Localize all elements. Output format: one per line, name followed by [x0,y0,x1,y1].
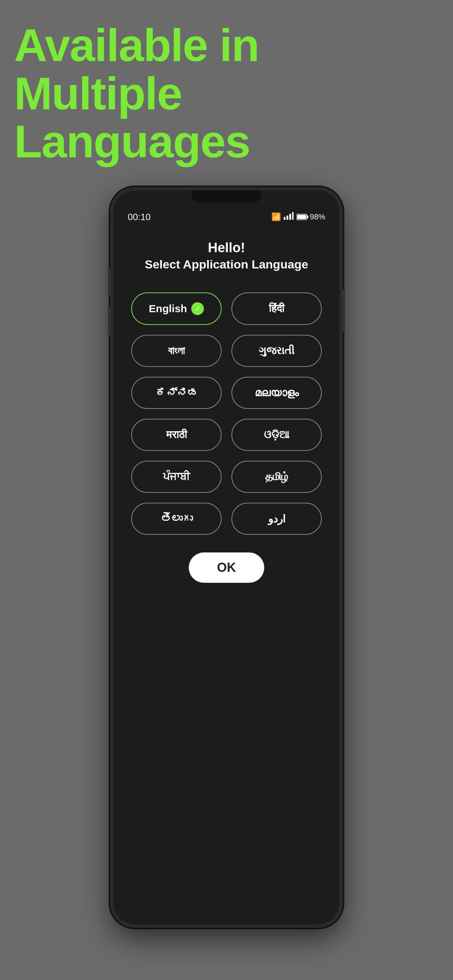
lang-label: தமிழ் [265,471,288,483]
subtitle-text: Select Application Language [145,258,308,271]
svg-rect-3 [292,212,294,220]
volume-down-button [108,307,111,335]
greeting-text: Hello! [208,240,245,255]
language-button-punjabi[interactable]: ਪੰਜਾਬੀ [131,461,222,493]
language-button-telugu[interactable]: తెలుగు [131,503,222,535]
lang-label: മലയാളം [255,387,299,399]
language-button-hindi[interactable]: हिंदी [231,293,322,325]
power-button [342,289,345,332]
language-button-marathi[interactable]: मराठी [131,419,222,451]
svg-rect-5 [307,216,308,218]
language-button-english[interactable]: English ✓ [131,293,222,325]
lang-label: ਪੰਜਾਬੀ [163,471,190,483]
lang-label: ગુજરાતી [259,345,295,357]
battery-percentage: 98% [310,212,325,221]
svg-rect-1 [286,216,288,220]
battery-icon: 98% [296,212,325,221]
phone-notch [191,191,262,203]
language-button-odia[interactable]: ଓଡ଼ିଆ [231,419,322,451]
status-icons: 📶 98% [271,212,325,222]
language-button-tamil[interactable]: தமிழ் [231,461,322,493]
language-button-urdu[interactable]: اردو [231,503,322,535]
svg-rect-6 [297,215,306,219]
status-time: 00:10 [128,212,151,223]
ok-button[interactable]: OK [189,552,264,583]
lang-label: ಕನ್ನಡ [155,387,198,399]
phone-frame: 00:10 📶 98% [110,187,343,928]
lang-label: తెలుగు [161,512,192,525]
check-icon: ✓ [191,302,204,315]
language-button-malayalam[interactable]: മലയാളം [231,377,322,409]
ok-button-wrapper: OK [131,552,322,583]
lang-label: বাংলা [168,345,185,357]
language-grid: English ✓ हिंदीবাংলাગુજરાતીಕನ್ನಡമലയാളംमर… [131,293,322,535]
phone-content: Hello! Select Application Language Engli… [114,226,339,583]
lang-label: ଓଡ଼ିଆ [264,429,289,441]
language-button-kannada[interactable]: ಕನ್ನಡ [131,377,222,409]
svg-rect-2 [289,214,291,220]
svg-rect-0 [284,217,285,220]
lang-label: اردو [268,512,285,525]
lang-label: मराठी [166,429,187,441]
signal-icon [284,212,294,222]
lang-label: English [149,303,187,315]
hero-section: Available in Multiple Languages [14,21,439,166]
hero-title: Available in Multiple Languages [14,21,439,166]
wifi-icon: 📶 [271,212,281,221]
lang-label: हिंदी [269,302,285,315]
language-button-gujarati[interactable]: ગુજરાતી [231,335,322,367]
volume-up-button [108,268,111,296]
language-button-bangla[interactable]: বাংলা [131,335,222,367]
